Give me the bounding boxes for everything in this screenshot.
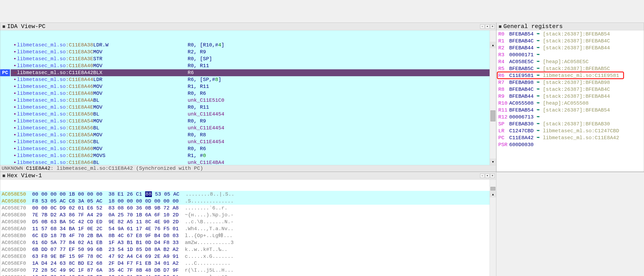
pc-arrow-icon: → <box>13 69 17 76</box>
hex-row[interactable]: AC058F10 A2 C5 79 09 A8 D3 0D FB 6C 18 8… <box>0 274 496 276</box>
register-row[interactable]: PCC11E8A42 ➥ libmetasec_ml.so:C11E8A42 <box>498 134 642 141</box>
register-desc: [stack:26387]:BFEBAB54 <box>543 31 610 37</box>
vertical-scrollbar[interactable]: ▴ ▾ <box>490 180 496 276</box>
asm-row[interactable]: •libmetasec_ml.so:C11E8A64 BLunk_C11E4BA… <box>11 159 496 165</box>
hex-row[interactable]: AC058EF0 1A D4 24 63 8C BD E2 68 2F D4 F… <box>0 260 496 267</box>
asm-row[interactable]: •libmetasec_ml.so:C11E8A50 BLunk_C11E445… <box>11 111 496 118</box>
scroll-up-arrow[interactable]: ▴ <box>490 42 496 48</box>
asm-operands: R0, R8 <box>188 131 206 139</box>
jump-arrow-icon[interactable]: ➥ <box>537 121 540 127</box>
register-row[interactable]: R1BFEBAB4C ➥ [stack:26387]:BFEBAB4C <box>498 38 642 45</box>
restore-button[interactable]: ▫ <box>480 24 484 29</box>
vertical-scrollbar[interactable]: ▴ ▾ <box>490 30 496 165</box>
asm-mnemonic: STR <box>93 56 133 62</box>
hex-row[interactable]: AC058E60 F8 53 05 AC C8 3A 05 AC 18 00 0… <box>0 198 496 205</box>
asm-row[interactable]: •libmetasec_ml.so:C11E8A5A MOVR0, R8 <box>11 131 496 139</box>
asm-address: libmetasec_ml.so:C11E8A38 <box>17 42 93 49</box>
register-row[interactable]: SPBFEBAB30 ➥ [stack:26387]:BFEBAB30 <box>498 121 642 127</box>
asm-address: libmetasec_ml.so:C11E8A4A <box>17 97 93 104</box>
close-button[interactable]: × <box>490 24 495 29</box>
hex-row[interactable]: AC058E70 00 00 0C D9 02 01 E6 52 83 08 6… <box>0 205 496 212</box>
hex-row[interactable]: AC058EE0 63 F8 9E BF 15 9F 78 0C 47 92 A… <box>0 253 496 260</box>
register-row[interactable]: R300000171 ➥ <box>498 52 642 58</box>
register-row[interactable]: R8BFEBAB4C ➥ [stack:26387]:BFEBAB4C <box>498 86 642 93</box>
jump-arrow-icon[interactable]: ➥ <box>537 52 540 58</box>
register-row[interactable]: R10AC055508 ➥ [heap]:AC055508 <box>498 100 642 107</box>
asm-row[interactable]: •libmetasec_ml.so:C11E8A40 MOVR0, R11 <box>11 62 496 69</box>
hex-bytes: F8 53 05 AC C8 3A 05 AC 18 00 00 00 0D 0… <box>32 198 179 204</box>
register-name: R2 <box>498 45 509 52</box>
hex-row[interactable]: AC058E80 7E 7B D2 A3 86 7F A4 29 0A 25 7… <box>0 212 496 218</box>
register-row[interactable]: R0BFEBAB54 ➥ [stack:26387]:BFEBAB54 <box>498 31 642 38</box>
hex-ascii: c.....x.G....... <box>185 254 234 259</box>
register-row[interactable]: R5BFEBAB5C ➥ [stack:26387]:BFEBAB5C <box>498 65 642 72</box>
ida-view-status: UNKNOWN C11E8A42: libmetasec_ml.so:C11E8… <box>0 165 496 172</box>
asm-operands: unk_C11E51C0 <box>188 97 224 104</box>
restore-button[interactable]: ▫ <box>480 174 484 178</box>
asm-row[interactable]: •libmetasec_ml.so:C11E8A5C BLunk_C11E445… <box>11 139 496 145</box>
hex-row[interactable]: AC058EB0 6C ED 18 7B 4F 70 2B BA 8B 4C 6… <box>0 232 496 239</box>
asm-row[interactable]: •libmetasec_ml.so:C11E8A3E STRR0, [SP] <box>11 56 496 62</box>
jump-arrow-icon[interactable]: ➥ <box>537 87 540 92</box>
register-row[interactable]: LRC1247CBD ➥ libmetasec_ml.so:C1247CBD <box>498 127 642 134</box>
maximize-button[interactable]: ▪ <box>485 24 490 29</box>
hex-row[interactable]: AC058F00 72 28 5C 49 9C 1F 87 6A 35 4C 7… <box>0 267 496 274</box>
register-row[interactable]: R11BFEBAB54 ➥ [stack:26387]:BFEBAB54 <box>498 107 642 114</box>
asm-row[interactable]: PC→libmetasec_ml.so:C11E8A42 BLXR6 <box>11 69 496 76</box>
jump-arrow-icon[interactable]: ➥ <box>537 59 540 65</box>
jump-arrow-icon[interactable]: ➥ <box>537 66 540 71</box>
register-row[interactable]: R1200006713 ➥ <box>498 114 642 121</box>
jump-arrow-icon[interactable]: ➥ <box>537 135 540 141</box>
asm-row[interactable]: •libmetasec_ml.so:C11E8A46 MOVR1, R11 <box>11 83 496 90</box>
register-desc: [stack:26387]:BFEBAB98 <box>543 80 610 85</box>
jump-arrow-icon[interactable]: ➥ <box>537 93 540 99</box>
jump-arrow-icon[interactable]: ➥ <box>537 31 540 37</box>
hex-view-body[interactable]: AC058E50 00 00 00 00 1B 00 00 00 38 E1 2… <box>0 180 496 276</box>
close-button[interactable]: × <box>490 174 495 178</box>
ida-view-body[interactable]: •libmetasec_ml.so:C11E8A38 LDR.WR0, [R10… <box>0 30 496 165</box>
asm-operands: unk_C11E4BA4 <box>188 159 224 165</box>
hex-row[interactable]: AC058ED0 6B DD 07 77 EF 50 99 6B 23 54 1… <box>0 246 496 253</box>
asm-row[interactable]: •libmetasec_ml.so:C11E8A38 LDR.WR0, [R10… <box>11 42 496 49</box>
scroll-thumb[interactable] <box>490 187 496 191</box>
register-name: R6 <box>498 72 509 79</box>
register-desc: [heap]:AC055508 <box>543 100 588 106</box>
asm-row[interactable]: •libmetasec_ml.so:C11E8A62 MOVSR1, #0 <box>11 152 496 159</box>
asm-operands: unk_C11E4454 <box>188 125 224 131</box>
register-row[interactable]: PSR600D0030 <box>498 141 642 148</box>
scroll-thumb[interactable] <box>490 110 496 121</box>
hex-bytes: 7E 7B D2 A3 86 7F A4 29 0A 25 70 1B 6A 6… <box>32 212 179 218</box>
asm-row[interactable]: •libmetasec_ml.so:C11E8A4E MOVR0, R11 <box>11 104 496 111</box>
register-row[interactable]: R2BFEBAB44 ➥ [stack:26387]:BFEBAB44 <box>498 45 642 52</box>
register-row[interactable]: R7BFEBAB98 ➥ [stack:26387]:BFEBAB98 <box>498 79 642 86</box>
hex-row[interactable]: AC058E50 00 00 00 00 1B 00 00 00 38 E1 2… <box>0 191 496 198</box>
asm-row[interactable]: •libmetasec_ml.so:C11E8A54 MOVR0, R9 <box>11 118 496 125</box>
asm-row[interactable]: •libmetasec_ml.so:C11E8A56 BLunk_C11E445… <box>11 125 496 131</box>
hex-row[interactable]: AC058EA0 11 57 68 34 BA 1F 0E 2C 54 9A 6… <box>0 225 496 232</box>
hex-bytes: 00 00 00 00 1B 00 00 00 38 E1 26 C1 88 5… <box>32 191 180 197</box>
register-row[interactable]: R9BFEBAB44 ➥ [stack:26387]:BFEBAB44 <box>498 93 642 100</box>
maximize-button[interactable]: ▪ <box>485 174 490 178</box>
jump-arrow-icon[interactable]: ➥ <box>537 38 540 44</box>
scroll-up-arrow[interactable]: ▴ <box>490 191 496 197</box>
register-row[interactable]: R4AC058E5C ➥ [heap]:AC058E5C <box>498 58 642 65</box>
scroll-down-arrow[interactable]: ▾ <box>490 159 496 165</box>
jump-arrow-icon[interactable]: ➥ <box>537 107 540 113</box>
register-name: R12 <box>498 114 509 121</box>
register-row[interactable]: R6C11E9581 ➥ libmetasec_ml.so:C11E9581 <box>498 72 642 79</box>
ida-view-title: IDA View-PC <box>7 23 46 30</box>
jump-arrow-icon[interactable]: ➥ <box>537 80 540 85</box>
asm-row[interactable]: •libmetasec_ml.so:C11E8A48 MOVR0, R6 <box>11 90 496 97</box>
asm-row[interactable]: •libmetasec_ml.so:C11E8A3C MOVR2, R9 <box>11 49 496 56</box>
asm-row[interactable]: •libmetasec_ml.so:C11E8A44 LDRR6, [SP,#8… <box>11 76 496 83</box>
registers-body[interactable]: R0BFEBAB54 ➥ [stack:26387]:BFEBAB54R1BFE… <box>496 30 644 172</box>
jump-arrow-icon[interactable]: ➥ <box>537 73 540 78</box>
jump-arrow-icon[interactable]: ➥ <box>537 128 540 134</box>
asm-row[interactable]: •libmetasec_ml.so:C11E8A4A BLunk_C11E51C… <box>11 97 496 104</box>
jump-arrow-icon[interactable]: ➥ <box>537 114 540 120</box>
asm-row[interactable]: •libmetasec_ml.so:C11E8A60 MOVR0, R6 <box>11 145 496 152</box>
hex-row[interactable]: AC058EC0 61 6D 5A 77 84 02 A1 EB 1F A3 B… <box>0 239 496 246</box>
hex-row[interactable]: AC058E90 D5 0B 63 BA 5C 42 CD ED 9E 82 A… <box>0 218 496 225</box>
jump-arrow-icon[interactable]: ➥ <box>537 45 540 51</box>
jump-arrow-icon[interactable]: ➥ <box>537 100 540 106</box>
